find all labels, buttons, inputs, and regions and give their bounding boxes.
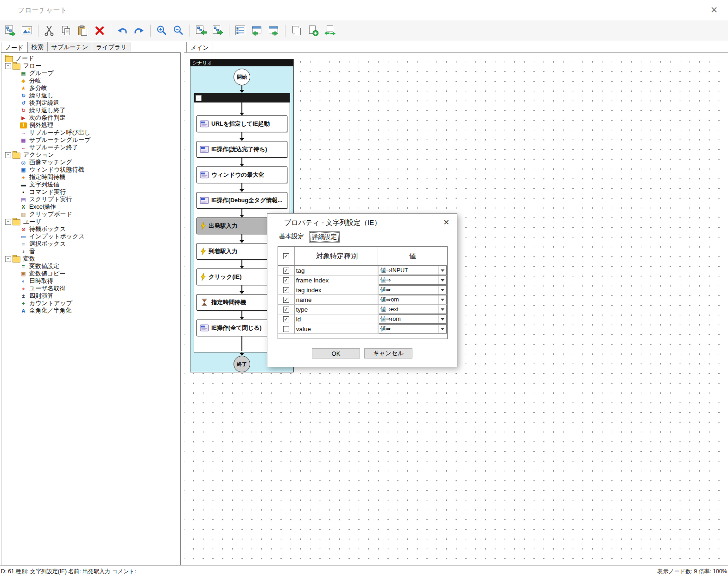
zoom-in-button[interactable] (154, 23, 170, 38)
row-checkbox[interactable]: ✓ (283, 297, 289, 303)
tree-item[interactable]: ▥クリップボード (1, 211, 180, 218)
row-checkbox[interactable]: ✓ (283, 268, 289, 274)
flow-edit-button[interactable] (2, 23, 18, 38)
tree-item[interactable]: ▬文字列送信 (1, 181, 180, 188)
status-left: D: 61 種別: 文字列設定(IE) 名前: 出発駅入力 コメント: (1, 568, 136, 576)
row-key-label: id (295, 314, 379, 324)
tree-item[interactable]: ▤スクリプト実行 (1, 196, 180, 203)
end-node[interactable]: 終了 (234, 356, 250, 372)
flow-export-button[interactable] (210, 23, 226, 38)
pages-copy-button[interactable] (289, 23, 304, 38)
tree-folder[interactable]: −アクション (1, 151, 180, 159)
value-combobox[interactable]: 値⇒ext (379, 305, 447, 314)
tree-item[interactable]: ◎画像マッチング (1, 159, 180, 166)
value-combobox[interactable]: 値⇒rom (379, 314, 447, 324)
tree-item[interactable]: ★多分岐 (1, 84, 180, 92)
tree-item[interactable]: =変数値設定 (1, 262, 180, 270)
row-value-cell: 値⇒ (378, 285, 447, 294)
tree-item[interactable]: ▦サブルーチングループ (1, 136, 180, 144)
cut-button[interactable] (42, 23, 57, 38)
tree-expander[interactable]: − (5, 63, 11, 69)
tree-folder[interactable]: −フロー (1, 62, 180, 70)
tree-item[interactable]: ▭インプットボックス (1, 233, 180, 240)
collapse-button[interactable]: − (196, 95, 202, 101)
row-checkbox[interactable]: ✓ (283, 287, 289, 293)
header-checkbox[interactable]: ✓ (283, 253, 289, 259)
tree-item[interactable]: ↻繰り返し (1, 92, 180, 99)
tree-item[interactable]: ◆分岐 (1, 77, 180, 84)
value-combobox[interactable]: 値⇒om (379, 295, 447, 304)
zoom-out-button[interactable] (171, 23, 186, 38)
statusbar: D: 61 種別: 文字列設定(IE) 名前: 出発駅入力 コメント: 表示ノー… (0, 565, 728, 576)
tab-search[interactable]: 検索 (27, 42, 48, 51)
page-swap-button[interactable] (322, 23, 338, 38)
tree-expander[interactable]: − (5, 152, 11, 158)
tree-item[interactable]: ≡選択ボックス (1, 240, 180, 248)
row-checkbox-cell: ✓ (278, 295, 295, 304)
tab-main[interactable]: メイン (186, 42, 213, 52)
flow-import-button[interactable] (193, 23, 209, 38)
value-combobox[interactable]: 値⇒ (379, 285, 447, 294)
tree-expander[interactable]: − (5, 256, 11, 262)
tree-item[interactable]: XExcel操作 (1, 203, 180, 211)
loop-end-icon: ↻ (20, 108, 27, 114)
paste-button[interactable] (75, 23, 91, 38)
flow-node[interactable]: ウィンドウの最大化 (196, 166, 287, 183)
page-add-button[interactable] (305, 23, 321, 38)
window-forward-button[interactable] (266, 23, 282, 38)
row-checkbox[interactable]: ✓ (283, 307, 289, 313)
row-checkbox-cell: ✓ (278, 266, 295, 275)
tree-folder[interactable]: −変数 (1, 255, 180, 262)
copy-button[interactable] (58, 23, 74, 38)
tree-item[interactable]: ▣変数値コピー (1, 270, 180, 277)
undo-button[interactable] (114, 23, 130, 38)
tree-item[interactable]: ▶次の条件判定 (1, 114, 180, 122)
copy-icon (60, 25, 72, 37)
start-node[interactable]: 開始 (234, 69, 250, 85)
tree-item[interactable]: →サブルーチン呼び出し (1, 129, 180, 136)
tree-item[interactable]: ●ユーザ名取得 (1, 285, 180, 292)
flow-node[interactable]: URLを指定してIE起動 (196, 115, 287, 132)
tab-detail-settings[interactable]: 詳細設定 (309, 231, 340, 243)
dialog-close-icon[interactable]: ✕ (443, 218, 449, 227)
tree-item[interactable]: ▦グループ (1, 70, 180, 77)
tree-item[interactable]: ▪コマンド実行 (1, 188, 180, 196)
tree-item[interactable]: ±四則演算 (1, 292, 180, 300)
tree-item[interactable]: A全角化／半角化 (1, 307, 180, 314)
row-checkbox[interactable] (283, 326, 289, 332)
flow-node[interactable]: IE操作(Debug全タグ情報... (196, 192, 287, 209)
tab-basic-settings[interactable]: 基本設定 (277, 231, 306, 243)
flow-node[interactable]: IE操作(読込完了待ち) (196, 141, 287, 158)
window-back-button[interactable] (249, 23, 265, 38)
tree-item[interactable]: ↻繰り返し終了 (1, 107, 180, 114)
tree-item[interactable]: ←サブルーチン終了 (1, 144, 180, 151)
tree-expander[interactable]: − (5, 219, 11, 225)
flowchart-canvas[interactable]: シナリオ 開始 − URLを指定してIE起動IE操作(読込完了待ち)ウィンドウの… (184, 52, 728, 565)
value-combobox[interactable]: 値⇒INPUT (379, 266, 447, 275)
tree-folder[interactable]: ノード (1, 55, 180, 62)
tree-item[interactable]: ●指定時間待機 (1, 173, 180, 181)
delete-button[interactable] (92, 23, 108, 38)
tree-folder[interactable]: −ユーザ (1, 218, 180, 225)
ok-button[interactable]: OK (312, 348, 360, 358)
tree-item[interactable]: ◐日時取得 (1, 277, 180, 285)
row-checkbox[interactable]: ✓ (283, 316, 289, 322)
cancel-button[interactable]: キャンセル (364, 348, 412, 358)
value-combobox[interactable]: 値⇒ (379, 275, 447, 285)
image-capture-button[interactable] (19, 23, 35, 38)
tree-item[interactable]: ▣ウィンドウ状態待機 (1, 166, 180, 173)
tree-item[interactable]: +カウントアップ (1, 300, 180, 307)
flow-node-label: IE操作(読込完了待ち) (211, 146, 267, 154)
tree-item[interactable]: ⊘待機ボックス (1, 225, 180, 233)
tree-item[interactable]: ↺後判定繰返 (1, 99, 180, 107)
node-list-button[interactable] (233, 23, 248, 38)
tree-item[interactable]: !例外処理 (1, 122, 180, 129)
tab-subroutine[interactable]: サブルーチン (47, 42, 93, 51)
window-close-icon[interactable]: ✕ (710, 5, 718, 15)
redo-button[interactable] (131, 23, 147, 38)
tree-item[interactable]: ♪音 (1, 248, 180, 255)
value-combobox[interactable]: 値⇒ (379, 324, 447, 333)
tab-node[interactable]: ノード (1, 42, 28, 52)
row-checkbox[interactable]: ✓ (283, 277, 289, 283)
tab-library[interactable]: ライブラリ (92, 42, 131, 51)
